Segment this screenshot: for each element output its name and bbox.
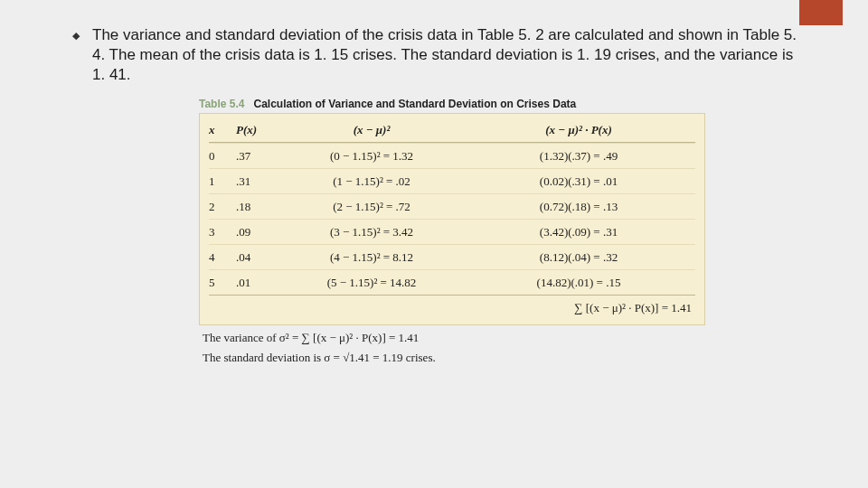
stddev-line: The standard deviation is σ = √1.41 = 1.… <box>203 351 705 365</box>
cell-px: .37 <box>236 149 281 164</box>
cell-prod: (1.32)(.37) = .49 <box>462 149 695 164</box>
cell-prod: (3.42)(.09) = .31 <box>462 225 695 239</box>
cell-x: 5 <box>209 276 236 290</box>
cell-prod: (8.12)(.04) = .32 <box>462 250 695 265</box>
cell-prod: (14.82)(.01) = .15 <box>462 276 695 290</box>
table-row: 3 .09 (3 − 1.15)² = 3.42 (3.42)(.09) = .… <box>209 219 695 244</box>
cell-sq: (5 − 1.15)² = 14.82 <box>281 276 462 290</box>
col-header-x: x <box>209 123 236 137</box>
cell-sq: (1 − 1.15)² = .02 <box>281 174 462 189</box>
cell-x: 4 <box>209 250 236 265</box>
cell-px: .04 <box>236 250 281 265</box>
cell-sq: (3 − 1.15)² = 3.42 <box>281 225 462 239</box>
table-row: 1 .31 (1 − 1.15)² = .02 (0.02)(.31) = .0… <box>209 168 695 193</box>
accent-tab <box>799 0 843 25</box>
table-row: 5 .01 (5 − 1.15)² = 14.82 (14.82)(.01) =… <box>209 269 695 295</box>
table-row: 4 .04 (4 − 1.15)² = 8.12 (8.12)(.04) = .… <box>209 244 695 269</box>
cell-x: 2 <box>209 200 236 214</box>
slide-content: ◆ The variance and standard deviation of… <box>0 0 868 365</box>
col-header-prod: (x − μ)² · P(x) <box>462 123 695 137</box>
col-header-sq: (x − μ)² <box>281 123 462 137</box>
cell-sq: (2 − 1.15)² = .72 <box>281 200 462 214</box>
cell-px: .31 <box>236 174 281 189</box>
col-header-px: P(x) <box>236 123 281 137</box>
variance-line: The variance of σ² = ∑ [(x − μ)² · P(x)]… <box>203 331 705 345</box>
cell-px: .01 <box>236 276 281 290</box>
table-caption: Table 5.4 Calculation of Variance and St… <box>199 98 705 110</box>
table-row: 2 .18 (2 − 1.15)² = .72 (0.72)(.18) = .1… <box>209 193 695 219</box>
table-figure: Table 5.4 Calculation of Variance and St… <box>199 98 705 365</box>
cell-x: 0 <box>209 149 236 164</box>
cell-prod: (0.72)(.18) = .13 <box>462 200 695 214</box>
cell-sq: (4 − 1.15)² = 8.12 <box>281 250 462 265</box>
table-label: Table 5.4 <box>199 98 244 110</box>
cell-px: .09 <box>236 225 281 239</box>
table-footer: The variance of σ² = ∑ [(x − μ)² · P(x)]… <box>199 331 705 365</box>
table-title: Calculation of Variance and Standard Dev… <box>253 98 576 110</box>
cell-sq: (0 − 1.15)² = 1.32 <box>281 149 462 164</box>
bullet-text: The variance and standard deviation of t… <box>92 25 805 85</box>
table-row: 0 .37 (0 − 1.15)² = 1.32 (1.32)(.37) = .… <box>209 143 695 168</box>
table-sum-row: ∑ [(x − μ)² · P(x)] = 1.41 <box>209 295 695 317</box>
cell-x: 1 <box>209 174 236 189</box>
cell-x: 3 <box>209 225 236 239</box>
cell-px: .18 <box>236 200 281 214</box>
diamond-bullet-icon: ◆ <box>72 25 80 85</box>
bullet-item: ◆ The variance and standard deviation of… <box>72 25 805 85</box>
table-header-row: x P(x) (x − μ)² (x − μ)² · P(x) <box>209 117 695 143</box>
cell-prod: (0.02)(.31) = .01 <box>462 174 695 189</box>
calc-table: x P(x) (x − μ)² (x − μ)² · P(x) 0 .37 (0… <box>199 113 705 325</box>
